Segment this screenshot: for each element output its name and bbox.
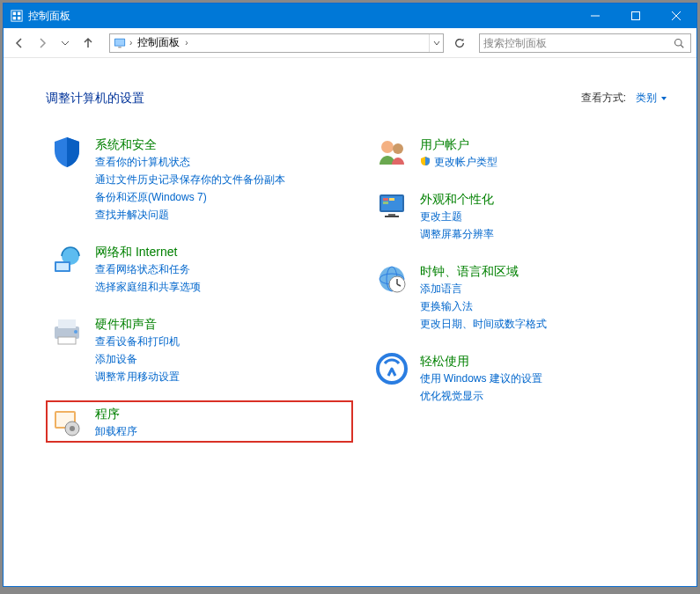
- view-by: 查看方式: 类别: [581, 88, 672, 108]
- category-programs: 程序 卸载程序: [46, 400, 353, 443]
- breadcrumb-root[interactable]: 控制面板: [136, 35, 181, 50]
- svg-point-26: [393, 143, 403, 154]
- category-sublink[interactable]: 查看网络状态和任务: [95, 261, 201, 277]
- category-title-link[interactable]: 用户帐户: [420, 136, 497, 152]
- content: 调整计算机的设置 查看方式: 类别 系统和安全 查看你的计算机状态: [4, 58, 696, 586]
- category-sublink[interactable]: 更改主题: [420, 209, 494, 224]
- nav-row: › 控制面板 ›: [4, 28, 696, 58]
- category-sublink[interactable]: 添加语言: [420, 281, 547, 297]
- refresh-button[interactable]: [449, 33, 470, 53]
- category-user-accounts: 用户帐户 更改帐户类型: [371, 131, 678, 173]
- category-sublink[interactable]: 优化视觉显示: [420, 388, 542, 404]
- content-header: 调整计算机的设置 查看方式: 类别: [46, 88, 677, 108]
- category-title-link[interactable]: 系统和安全: [95, 136, 285, 152]
- category-sublink[interactable]: 添加设备: [95, 351, 180, 367]
- maximize-button[interactable]: [615, 4, 656, 28]
- search-icon[interactable]: [671, 38, 687, 48]
- svg-rect-18: [58, 319, 76, 328]
- category-title-link[interactable]: 硬件和声音: [95, 316, 180, 332]
- svg-rect-10: [115, 39, 125, 45]
- svg-point-24: [70, 426, 75, 431]
- category-sublink[interactable]: 调整屏幕分辨率: [420, 226, 494, 242]
- svg-rect-31: [383, 202, 388, 204]
- breadcrumb-chevron-icon[interactable]: ›: [129, 38, 132, 48]
- view-by-dropdown[interactable]: 类别: [631, 88, 672, 108]
- category-sublink[interactable]: 查看设备和打印机: [95, 334, 180, 349]
- svg-point-12: [675, 39, 682, 46]
- address-dropdown-button[interactable]: [429, 34, 443, 52]
- back-button[interactable]: [9, 33, 30, 54]
- category-ease-of-access: 轻松使用 使用 Windows 建议的设置 优化视觉显示: [371, 348, 678, 407]
- uac-shield-icon: [420, 156, 431, 169]
- svg-line-13: [681, 45, 683, 48]
- category-clock-region: 时钟、语言和区域 添加语言 更换输入法 更改日期、时间或数字格式: [371, 258, 678, 335]
- svg-rect-1: [13, 12, 17, 16]
- svg-point-20: [74, 330, 77, 334]
- ease-of-access-icon[interactable]: [374, 351, 409, 386]
- svg-rect-19: [58, 337, 76, 344]
- svg-rect-30: [389, 198, 394, 201]
- category-sublink[interactable]: 通过文件历史记录保存你的文件备份副本: [95, 172, 285, 187]
- left-column: 系统和安全 查看你的计算机状态 通过文件历史记录保存你的文件备份副本 备份和还原…: [46, 131, 353, 443]
- category-title-link[interactable]: 时钟、语言和区域: [420, 263, 547, 279]
- control-panel-icon: [114, 37, 126, 49]
- window: 控制面板 › 控制面板 ›: [3, 3, 697, 587]
- category-title-link[interactable]: 程序: [95, 406, 137, 422]
- svg-point-25: [381, 141, 394, 153]
- page-heading: 调整计算机的设置: [46, 91, 144, 106]
- programs-icon[interactable]: [49, 404, 85, 439]
- close-button[interactable]: [656, 4, 696, 28]
- svg-rect-3: [13, 17, 17, 20]
- category-hardware-sound: 硬件和声音 查看设备和打印机 添加设备 调整常用移动设置: [46, 311, 353, 388]
- breadcrumb-chevron-icon[interactable]: ›: [185, 38, 188, 48]
- window-title: 控制面板: [28, 9, 70, 24]
- svg-rect-29: [383, 198, 388, 201]
- right-column: 用户帐户 更改帐户类型 外观和个性化 更改主题 调整屏幕分辨率: [371, 131, 678, 443]
- category-sublink[interactable]: 使用 Windows 建议的设置: [420, 370, 542, 386]
- category-sublink[interactable]: 查找并解决问题: [95, 207, 285, 223]
- globe-network-icon[interactable]: [49, 242, 85, 277]
- svg-rect-6: [632, 12, 640, 20]
- category-sublink[interactable]: 备份和还原(Windows 7): [95, 189, 285, 205]
- category-sublink[interactable]: 更换输入法: [420, 298, 547, 314]
- view-by-label: 查看方式:: [581, 91, 626, 106]
- shield-icon[interactable]: [49, 135, 85, 170]
- view-by-value: 类别: [636, 91, 657, 106]
- category-title-link[interactable]: 轻松使用: [420, 353, 542, 369]
- svg-rect-16: [56, 263, 69, 270]
- monitor-icon[interactable]: [374, 189, 409, 224]
- svg-rect-4: [18, 17, 21, 20]
- users-icon[interactable]: [374, 135, 409, 170]
- category-sublink[interactable]: 卸载程序: [95, 423, 137, 439]
- svg-rect-11: [118, 47, 122, 48]
- category-system-security: 系统和安全 查看你的计算机状态 通过文件历史记录保存你的文件备份副本 备份和还原…: [46, 131, 353, 226]
- category-sublink[interactable]: 选择家庭组和共享选项: [95, 279, 201, 295]
- titlebar: 控制面板: [4, 4, 696, 28]
- category-appearance: 外观和个性化 更改主题 调整屏幕分辨率: [371, 186, 678, 246]
- category-network-internet: 网络和 Internet 查看网络状态和任务 选择家庭组和共享选项: [46, 238, 353, 298]
- minimize-button[interactable]: [575, 4, 615, 28]
- app-icon: [11, 10, 23, 22]
- svg-rect-33: [385, 216, 399, 217]
- category-title-link[interactable]: 外观和个性化: [420, 191, 494, 207]
- category-columns: 系统和安全 查看你的计算机状态 通过文件历史记录保存你的文件备份副本 备份和还原…: [46, 131, 677, 443]
- printer-icon[interactable]: [49, 314, 85, 349]
- chevron-down-icon: [660, 95, 667, 102]
- svg-rect-32: [388, 214, 395, 216]
- forward-button[interactable]: [32, 33, 53, 54]
- search-box[interactable]: [479, 33, 691, 53]
- search-input[interactable]: [483, 37, 671, 49]
- svg-rect-2: [18, 12, 21, 16]
- category-sublink[interactable]: 查看你的计算机状态: [95, 154, 285, 170]
- recent-dropdown-button[interactable]: [55, 33, 76, 54]
- category-sublink[interactable]: 更改帐户类型: [434, 154, 497, 170]
- category-sublink[interactable]: 更改日期、时间或数字格式: [420, 316, 547, 332]
- category-sublink[interactable]: 调整常用移动设置: [95, 369, 180, 385]
- category-title-link[interactable]: 网络和 Internet: [95, 244, 201, 260]
- address-bar[interactable]: › 控制面板 ›: [109, 33, 444, 53]
- up-button[interactable]: [77, 33, 99, 54]
- clock-globe-icon[interactable]: [374, 261, 409, 297]
